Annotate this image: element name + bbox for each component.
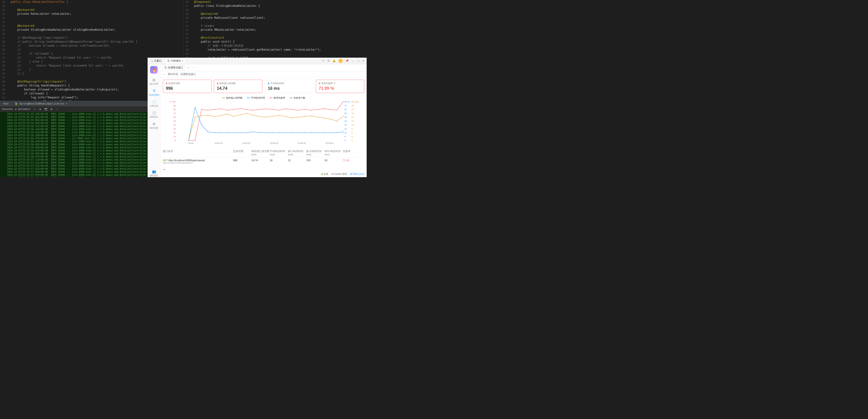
content-tab-active[interactable]: ☰ 压测限流接口: [162, 65, 185, 70]
table-header: 接口请求总请求数每秒接口请求数 (ms)平均响应时间 (ms)最小响应时间 (m…: [163, 148, 364, 157]
rerun-icon[interactable]: ↻: [33, 108, 36, 111]
avatar[interactable]: [339, 59, 343, 63]
sidebar-item-autotest[interactable]: ⚗自动化测试: [149, 89, 159, 96]
sidebar-item-settings[interactable]: ⚙项目设置: [150, 122, 158, 129]
svg-text:32: 32: [344, 124, 347, 126]
svg-point-73: [246, 132, 247, 133]
run-tabs: Run 🍃 SpringBoot310RedisApplication ×: [0, 101, 148, 107]
layout-icon[interactable]: ▦: [50, 108, 53, 111]
svg-text:0: 0: [344, 139, 346, 142]
svg-point-81: [298, 132, 299, 133]
expand-icon[interactable]: ⇥: [163, 168, 165, 171]
run-panel: Run 🍃 SpringBoot310RedisApplication × Co…: [0, 101, 148, 177]
svg-text:90: 90: [174, 104, 176, 107]
refresh-icon[interactable]: ↻: [322, 59, 324, 62]
svg-point-84: [317, 132, 318, 133]
svg-text:15:55:10: 15:55:10: [215, 142, 223, 144]
svg-text:15:55:40: 15:55:40: [298, 142, 306, 144]
svg-point-66: [201, 124, 202, 125]
settings-icon[interactable]: ⚙: [327, 59, 330, 62]
logo-icon[interactable]: 🔥: [150, 66, 158, 73]
svg-point-76: [266, 132, 267, 133]
svg-point-58: [311, 116, 312, 117]
maximize-icon[interactable]: ▢: [357, 59, 360, 62]
online-status: 在线: [321, 173, 328, 176]
svg-text:% 100: % 100: [169, 100, 176, 103]
svg-text:40: 40: [344, 120, 347, 122]
svg-text:40: 40: [174, 124, 176, 126]
svg-point-40: [195, 117, 196, 118]
sidebar-item-share[interactable]: 📄分享文档: [150, 100, 158, 108]
svg-text:50: 50: [174, 120, 176, 122]
footer: 在线 ⚙ Cookie 管理 ✪ 帮助与支持: [160, 171, 367, 177]
svg-text:0: 0: [175, 139, 176, 142]
apifox-window: ⌂ 主窗口 ☰ 示例项目 × ↻ ⚙ 🔔 📌 — ▢ ✕ 🔥 ⊞接口管理 ⚗自动…: [148, 58, 367, 177]
svg-point-101: [266, 108, 267, 109]
stop-icon[interactable]: ◼: [39, 108, 42, 111]
breadcrumb: ← 测试环境 压测限流接口: [160, 71, 367, 77]
minimize-icon[interactable]: —: [352, 60, 354, 62]
close-icon[interactable]: ✕: [362, 59, 364, 62]
svg-text:30: 30: [174, 128, 176, 130]
chart-svg: % 100908070605040302010080 ms72645648403…: [163, 100, 364, 145]
svg-point-93: [214, 109, 215, 110]
more-icon[interactable]: »: [56, 108, 59, 111]
camera-icon[interactable]: 📷: [44, 108, 48, 111]
actuator-tab[interactable]: ⊙ Actuator: [15, 108, 30, 111]
svg-point-42: [208, 115, 209, 116]
svg-point-80: [291, 132, 292, 133]
svg-text:12: 12: [351, 124, 354, 126]
svg-point-54: [285, 116, 286, 117]
svg-point-102: [272, 109, 273, 110]
svg-text:15:55:20: 15:55:20: [242, 142, 250, 144]
bell-icon[interactable]: 🔔: [333, 59, 336, 62]
add-tab-button[interactable]: +: [188, 66, 189, 69]
pin-icon[interactable]: 📌: [346, 59, 349, 62]
sidebar-item-invite[interactable]: 👥邀请成员: [150, 170, 158, 177]
svg-point-63: [343, 116, 344, 117]
run-config-tab[interactable]: 🍃 SpringBoot310RedisApplication ×: [13, 101, 69, 106]
svg-point-108: [311, 110, 312, 111]
svg-text:56: 56: [344, 112, 347, 115]
svg-point-67: [208, 131, 209, 132]
svg-point-50: [259, 116, 260, 117]
svg-point-91: [201, 109, 202, 110]
svg-point-51: [266, 117, 267, 118]
back-button[interactable]: ←: [163, 73, 165, 76]
svg-text:16: 16: [344, 131, 347, 134]
svg-point-88: [343, 131, 344, 132]
svg-point-60: [323, 117, 324, 118]
run-tab[interactable]: Run: [2, 101, 10, 106]
svg-text:80 ms: 80 ms: [344, 100, 350, 103]
flask-icon: ⚗: [152, 89, 156, 93]
svg-point-87: [336, 132, 337, 133]
console-toolbar: Console ⊙ Actuator ↻ ◼ 📷 ▦ »: [0, 107, 148, 112]
svg-point-45: [227, 114, 228, 115]
table-row[interactable]: GET http://localhost:8080/api/requesthtt…: [163, 157, 364, 166]
svg-text:8: 8: [344, 136, 346, 138]
sidebar-item-history[interactable]: 🕐请求历史: [150, 111, 158, 119]
breadcrumb-page: 压测限流接口: [180, 72, 196, 76]
cookie-link[interactable]: ⚙ Cookie 管理: [332, 173, 347, 176]
svg-point-68: [214, 132, 215, 133]
svg-text:15:55:30: 15:55:30: [270, 142, 278, 144]
svg-point-56: [298, 117, 299, 118]
svg-point-106: [298, 110, 299, 111]
console-tab[interactable]: Console: [2, 108, 13, 111]
svg-point-89: [188, 140, 189, 141]
log-output[interactable]: 2024-10-07T15:55:55.795+08:00 INFO 10948…: [0, 112, 148, 177]
svg-point-46: [233, 116, 234, 117]
project-tab[interactable]: ☰ 示例项目 ×: [166, 58, 185, 63]
svg-text:10: 10: [174, 136, 176, 138]
svg-text:70: 70: [174, 112, 176, 115]
sidebar-item-api[interactable]: ⊞接口管理: [150, 78, 158, 86]
main-window-tab[interactable]: ⌂ 主窗口: [150, 58, 163, 63]
help-link[interactable]: ✪ 帮助与支持: [350, 173, 364, 176]
more-tabs-icon[interactable]: ⋯: [191, 66, 194, 69]
svg-text:0: 0: [351, 139, 352, 142]
svg-point-57: [304, 116, 305, 117]
svg-point-78: [278, 132, 279, 133]
breadcrumb-env[interactable]: 测试环境: [168, 72, 178, 76]
svg-point-70: [227, 132, 228, 133]
svg-text:3: 3: [351, 136, 352, 138]
